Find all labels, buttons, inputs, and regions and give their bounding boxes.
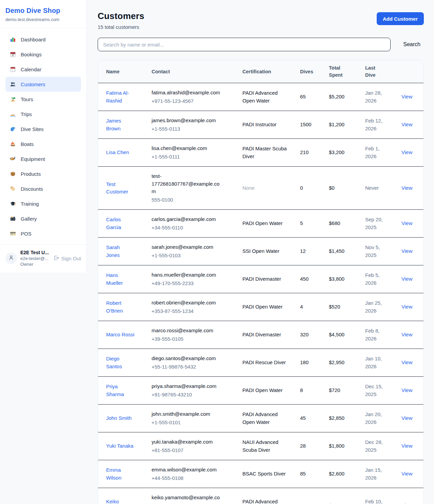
customer-dives: 1500 [300,121,321,129]
boats-icon [9,141,16,147]
view-link[interactable]: View [401,503,412,504]
sidebar-item-equipment[interactable]: Equipment [5,151,81,166]
view-link[interactable]: View [401,415,412,421]
view-link[interactable]: View [401,220,412,226]
sidebar-item-dashboard[interactable]: Dashboard [5,32,81,47]
customer-total-spent: $1,800 [329,442,357,450]
view-link[interactable]: View [401,471,412,477]
customer-name-link[interactable]: Priya Sharma [106,383,135,398]
customer-name-link[interactable]: Diego Santos [106,355,135,370]
customers-table: Name Contact Certification Dives Total S… [98,60,424,504]
customer-certification: SSI Open Water [242,247,288,255]
customer-last-dive: Feb 8, 2026 [365,327,386,342]
customer-phone: +39-555-0105 [152,335,234,343]
view-link[interactable]: View [401,149,412,155]
customer-last-dive: Jan 20, 2026 [365,411,386,426]
sidebar-item-bookings[interactable]: 17 Bookings [5,47,81,62]
view-link[interactable]: View [401,276,412,282]
sidebar-item-calendar[interactable]: Calendar [5,62,81,77]
add-customer-button[interactable]: Add Customer [377,12,424,25]
customer-total-spent: $1,200 [329,121,357,129]
page-title: Customers [98,11,144,21]
customer-certification: None [242,184,288,192]
table-row: Fatima Al-Rashid fatima.alrashid@example… [98,83,424,111]
sidebar-item-label: Bookings [21,52,42,57]
brand-name[interactable]: Demo Dive Shop [5,7,81,15]
customer-name-link[interactable]: Marco Rossi [106,331,134,339]
customer-dives: 8 [300,387,321,394]
view-link[interactable]: View [401,443,412,449]
sidebar-item-label: POS [21,231,32,237]
customer-phone: +1-555-0111 [152,153,234,161]
sidebar-item-label: Trips [21,111,32,117]
customer-name-link[interactable]: Hans Mueller [106,272,135,287]
sidebar-item-training[interactable]: Training [5,196,81,211]
tours-icon [9,96,16,102]
sidebar-item-discounts[interactable]: Discounts [5,181,81,196]
customer-email: john.smith@example.com [152,410,221,418]
search-button[interactable]: Search [400,39,424,50]
customer-name-link[interactable]: Test Customer [106,181,135,196]
customer-total-spent: $520 [329,303,357,311]
view-link[interactable]: View [401,359,412,365]
search-input[interactable] [98,38,391,51]
user-info: E2E Test U... e2e-tester@... Owner [20,250,50,267]
customer-name-link[interactable]: Fatima Al-Rashid [106,89,135,105]
svg-text:17: 17 [12,54,14,56]
customer-dives: 450 [300,275,321,283]
customer-last-dive: Jan 15, 2026 [365,466,386,482]
view-link[interactable]: View [401,94,412,99]
customer-name-link[interactable]: Lisa Chen [106,149,129,156]
view-link[interactable]: View [401,248,412,254]
customer-certification: PADI Instructor [242,121,288,129]
sidebar-item-customers[interactable]: Customers [5,77,81,92]
sidebar-item-label: Equipment [21,156,45,162]
sidebar-item-gallery[interactable]: Gallery [5,211,81,226]
customer-phone: +1-555-0101 [152,419,234,427]
sidebar: Demo Dive Shop demo.test.divestreams.com… [0,0,87,273]
sidebar-item-tours[interactable]: Tours [5,92,81,107]
customer-certification: PADI Divemaster [242,331,288,339]
view-link[interactable]: View [401,387,412,393]
customer-name-link[interactable]: Sarah Jones [106,244,135,259]
dive-sites-icon [9,126,16,132]
customer-name-link[interactable]: Robert O'Brien [106,299,135,315]
customer-email: diego.santos@example.com [152,355,221,362]
brand: Demo Dive Shop demo.test.divestreams.com [0,0,86,28]
sidebar-item-boats[interactable]: Boats [5,136,81,151]
customer-name-link[interactable]: Carlos Garcia [106,216,135,231]
view-link[interactable]: View [401,332,412,337]
sidebar-item-dive-sites[interactable]: Dive Sites [5,122,81,136]
view-link[interactable]: View [401,304,412,310]
customer-name-link[interactable]: Keiko Yamamoto [106,498,135,504]
customer-phone: +91-98765-43210 [152,391,234,399]
sign-out-button[interactable]: Sign Out [54,255,81,262]
customer-last-dive: Jan 28, 2026 [365,89,386,105]
view-link[interactable]: View [401,185,412,191]
customer-total-spent: $720 [329,387,357,394]
customer-email: hans.mueller@example.com [152,271,221,279]
sidebar-item-trips[interactable]: Trips [5,107,81,122]
view-link[interactable]: View [401,122,412,127]
customer-total-spent: $2,850 [329,414,357,422]
sidebar-item-products[interactable]: Products [5,166,81,181]
customer-name-link[interactable]: James Brown [106,117,135,132]
sidebar-item-label: Training [21,201,39,207]
customer-name-link[interactable]: Yuki Tanaka [106,442,134,450]
customer-email: robert.obrien@example.com [152,299,221,307]
customer-certification: PADI Divemaster [242,275,288,283]
table-row: Robert O'Brien robert.obrien@example.com… [98,293,424,321]
customer-name-link[interactable]: Emma Wilson [106,466,135,482]
customer-email: yuki.tanaka@example.com [152,438,221,446]
customer-last-dive: Nov 5, 2025 [365,244,386,259]
pos-icon [9,230,16,237]
table-row: Priya Sharma priya.sharma@example.com +9… [98,377,424,405]
table-row: Yuki Tanaka yuki.tanaka@example.com +81-… [98,432,424,460]
customer-phone: +55-11-99876-5432 [152,363,234,371]
sidebar-item-label: Tours [21,96,33,102]
brand-domain: demo.test.divestreams.com [5,17,81,22]
sidebar-item-pos[interactable]: POS [5,226,81,241]
customer-dives: 5 [300,220,321,227]
customer-name-link[interactable]: John Smith [106,414,132,422]
customer-certification: BSAC Sports Diver [242,470,288,478]
